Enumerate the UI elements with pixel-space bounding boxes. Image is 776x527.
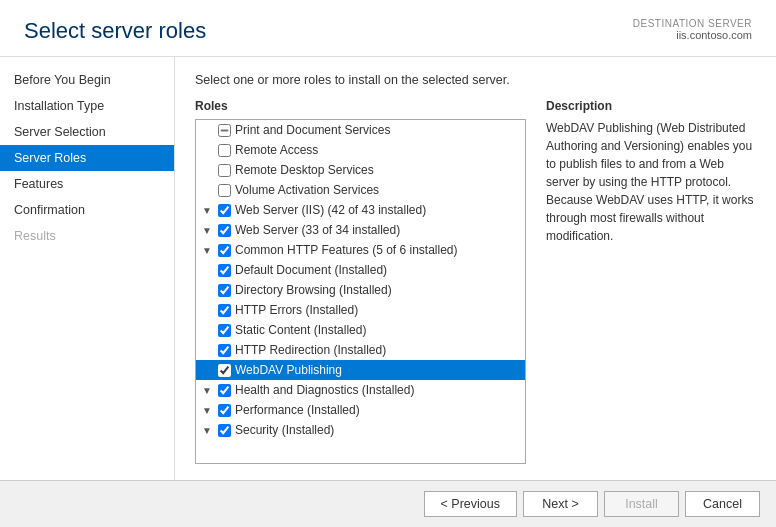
- checkbox-default-doc[interactable]: [218, 264, 231, 277]
- role-item-static-content[interactable]: Static Content (Installed): [196, 320, 525, 340]
- tree-arrow-performance: ▼: [202, 405, 214, 416]
- sidebar-item-features[interactable]: Features: [0, 171, 174, 197]
- tree-arrow-web-server: ▼: [202, 225, 214, 236]
- role-item-dir-browsing[interactable]: Directory Browsing (Installed): [196, 280, 525, 300]
- previous-button[interactable]: < Previous: [424, 491, 517, 517]
- checkbox-web-server-iis[interactable]: [218, 204, 231, 217]
- title-bar: Select server roles DESTINATION SERVER i…: [0, 0, 776, 57]
- checkbox-static-content[interactable]: [218, 324, 231, 337]
- roles-list: Print and Document Services Remote Acces…: [196, 120, 525, 440]
- description-panel: Description WebDAV Publishing (Web Distr…: [546, 99, 756, 464]
- role-label-security: Security (Installed): [235, 423, 334, 437]
- checkbox-web-server[interactable]: [218, 224, 231, 237]
- role-label-volume: Volume Activation Services: [235, 183, 379, 197]
- role-item-webdav[interactable]: WebDAV Publishing: [196, 360, 525, 380]
- sidebar-item-results: Results: [0, 223, 174, 249]
- tree-arrow-security: ▼: [202, 425, 214, 436]
- checkbox-volume[interactable]: [218, 184, 231, 197]
- role-label-remote-access: Remote Access: [235, 143, 318, 157]
- roles-label: Roles: [195, 99, 526, 113]
- checkbox-remote-desktop[interactable]: [218, 164, 231, 177]
- checkbox-security[interactable]: [218, 424, 231, 437]
- content-row: Roles Print and Document Services Remote…: [195, 99, 756, 464]
- role-item-common-http[interactable]: ▼Common HTTP Features (5 of 6 installed): [196, 240, 525, 260]
- sidebar-item-installation-type[interactable]: Installation Type: [0, 93, 174, 119]
- cancel-button[interactable]: Cancel: [685, 491, 760, 517]
- install-button[interactable]: Install: [604, 491, 679, 517]
- checkbox-http-errors[interactable]: [218, 304, 231, 317]
- checkbox-dir-browsing[interactable]: [218, 284, 231, 297]
- footer: < Previous Next > Install Cancel: [0, 480, 776, 527]
- role-label-health-diag: Health and Diagnostics (Installed): [235, 383, 414, 397]
- sidebar-item-before-you-begin[interactable]: Before You Begin: [0, 67, 174, 93]
- role-label-web-server: Web Server (33 of 34 installed): [235, 223, 400, 237]
- next-button[interactable]: Next >: [523, 491, 598, 517]
- destination-label: DESTINATION SERVER: [633, 18, 752, 29]
- checkbox-http-redirect[interactable]: [218, 344, 231, 357]
- role-item-default-doc[interactable]: Default Document (Installed): [196, 260, 525, 280]
- role-label-performance: Performance (Installed): [235, 403, 360, 417]
- role-label-web-server-iis: Web Server (IIS) (42 of 43 installed): [235, 203, 426, 217]
- tree-arrow-health-diag: ▼: [202, 385, 214, 396]
- role-item-remote-access[interactable]: Remote Access: [196, 140, 525, 160]
- role-label-common-http: Common HTTP Features (5 of 6 installed): [235, 243, 458, 257]
- role-label-static-content: Static Content (Installed): [235, 323, 366, 337]
- role-label-dir-browsing: Directory Browsing (Installed): [235, 283, 392, 297]
- description-panel-label: Description: [546, 99, 756, 113]
- sidebar: Before You BeginInstallation TypeServer …: [0, 57, 175, 480]
- role-label-http-errors: HTTP Errors (Installed): [235, 303, 358, 317]
- destination-server-name: iis.contoso.com: [676, 29, 752, 41]
- role-label-webdav: WebDAV Publishing: [235, 363, 342, 377]
- sidebar-item-server-roles[interactable]: Server Roles: [0, 145, 174, 171]
- role-item-volume[interactable]: Volume Activation Services: [196, 180, 525, 200]
- role-item-security[interactable]: ▼Security (Installed): [196, 420, 525, 440]
- role-label-http-redirect: HTTP Redirection (Installed): [235, 343, 386, 357]
- content-area: Select one or more roles to install on t…: [175, 57, 776, 480]
- role-item-http-errors[interactable]: HTTP Errors (Installed): [196, 300, 525, 320]
- description-text: WebDAV Publishing (Web Distributed Autho…: [546, 119, 756, 245]
- role-item-web-server[interactable]: ▼Web Server (33 of 34 installed): [196, 220, 525, 240]
- checkbox-print[interactable]: [218, 124, 231, 137]
- sidebar-item-server-selection[interactable]: Server Selection: [0, 119, 174, 145]
- tree-arrow-web-server-iis: ▼: [202, 205, 214, 216]
- roles-panel: Roles Print and Document Services Remote…: [195, 99, 526, 464]
- destination-server-info: DESTINATION SERVER iis.contoso.com: [633, 18, 752, 41]
- role-item-print[interactable]: Print and Document Services: [196, 120, 525, 140]
- role-label-remote-desktop: Remote Desktop Services: [235, 163, 374, 177]
- page-title: Select server roles: [24, 18, 206, 44]
- role-item-health-diag[interactable]: ▼Health and Diagnostics (Installed): [196, 380, 525, 400]
- role-label-print: Print and Document Services: [235, 123, 390, 137]
- role-item-web-server-iis[interactable]: ▼Web Server (IIS) (42 of 43 installed): [196, 200, 525, 220]
- checkbox-common-http[interactable]: [218, 244, 231, 257]
- tree-arrow-common-http: ▼: [202, 245, 214, 256]
- checkbox-webdav[interactable]: [218, 364, 231, 377]
- roles-list-container[interactable]: Print and Document Services Remote Acces…: [195, 119, 526, 464]
- role-item-http-redirect[interactable]: HTTP Redirection (Installed): [196, 340, 525, 360]
- content-description: Select one or more roles to install on t…: [195, 73, 756, 87]
- checkbox-performance[interactable]: [218, 404, 231, 417]
- checkbox-remote-access[interactable]: [218, 144, 231, 157]
- role-item-performance[interactable]: ▼Performance (Installed): [196, 400, 525, 420]
- checkbox-health-diag[interactable]: [218, 384, 231, 397]
- role-label-default-doc: Default Document (Installed): [235, 263, 387, 277]
- sidebar-item-confirmation[interactable]: Confirmation: [0, 197, 174, 223]
- role-item-remote-desktop[interactable]: Remote Desktop Services: [196, 160, 525, 180]
- main-content: Before You BeginInstallation TypeServer …: [0, 57, 776, 480]
